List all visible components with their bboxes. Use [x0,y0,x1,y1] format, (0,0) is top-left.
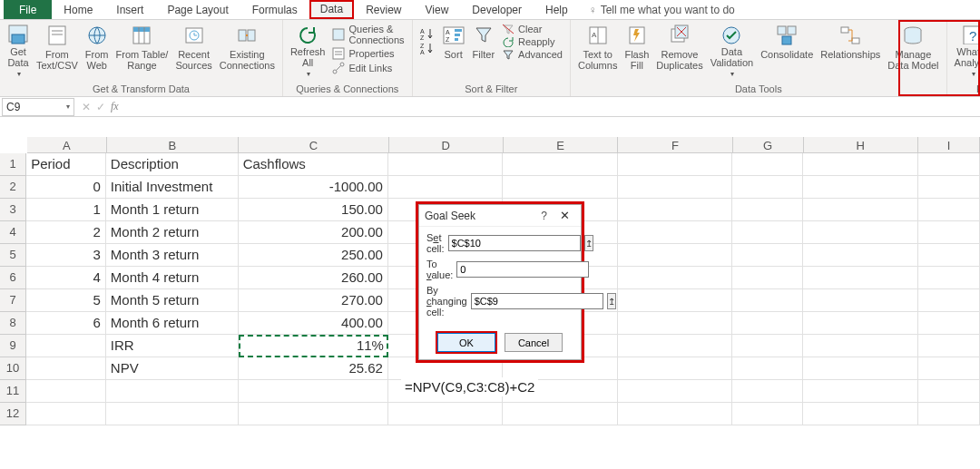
cell-B2[interactable]: Initial Investment [106,176,239,199]
cell-B10[interactable]: NPV [106,357,239,380]
cancel-button[interactable]: Cancel [505,333,563,352]
cell-A12[interactable] [26,403,106,425]
cell-C9[interactable]: 11% [239,335,388,357]
row-header[interactable]: 11 [0,380,26,403]
cell-F9[interactable] [618,335,732,357]
tab-help[interactable]: Help [534,0,580,19]
cell-G3[interactable] [732,199,803,221]
cell-B11[interactable] [106,380,239,403]
row-header[interactable]: 10 [0,357,26,380]
tab-home[interactable]: Home [52,0,104,19]
cell-H6[interactable] [803,267,917,289]
cell-A9[interactable] [26,335,106,357]
row-header[interactable]: 8 [0,312,26,335]
tab-developer[interactable]: Developer [460,0,534,19]
ok-button[interactable]: OK [437,333,495,352]
cell-C12[interactable] [239,403,388,425]
row-header[interactable]: 2 [0,176,26,199]
cell-F8[interactable] [618,312,732,335]
cell-C7[interactable]: 270.00 [239,289,388,312]
cell-I4[interactable] [918,221,980,244]
clear-button[interactable]: Clear [502,24,563,34]
reapply-button[interactable]: Reapply [502,36,563,47]
manage-data-model-button[interactable]: Manage Data Model [884,22,942,82]
cell-C11[interactable] [239,380,388,403]
from-table-button[interactable]: From Table/ Range [113,22,172,82]
tab-file[interactable]: File [4,0,52,19]
cell-C8[interactable]: 400.00 [239,312,388,335]
what-if-analysis-button[interactable]: ? What-If Analysis▾ [951,22,980,82]
cell-B9[interactable]: IRR [106,335,239,357]
cell-D12[interactable] [388,403,503,425]
cell-F6[interactable] [618,267,732,289]
cell-F5[interactable] [618,244,732,267]
cell-H8[interactable] [803,312,917,335]
cell-G11[interactable] [732,380,803,403]
to-value-input[interactable] [456,261,589,278]
row-header[interactable]: 9 [0,335,26,357]
cell-H2[interactable] [803,176,917,199]
cell-I11[interactable] [918,380,980,403]
sort-za-button[interactable]: ZA [420,42,435,54]
flash-fill-button[interactable]: Flash Fill [621,22,652,82]
cell-B1[interactable]: Description [106,153,239,176]
cell-D2[interactable] [388,176,503,199]
cancel-formula-icon[interactable]: ✕ [82,101,91,113]
cell-A6[interactable]: 4 [26,267,106,289]
tab-review[interactable]: Review [354,0,413,19]
row-header[interactable]: 5 [0,244,26,267]
fx-icon[interactable]: fx [111,100,119,113]
cell-G2[interactable] [732,176,803,199]
row-header[interactable]: 4 [0,221,26,244]
help-icon[interactable]: ? [534,210,554,222]
col-header-G[interactable]: G [733,137,804,152]
tab-data[interactable]: Data [309,0,354,19]
cell-F7[interactable] [618,289,732,312]
from-web-button[interactable]: From Web [82,22,113,82]
cell-B3[interactable]: Month 1 return [106,199,239,221]
cell-I9[interactable] [918,335,980,357]
cell-A10[interactable] [26,357,106,380]
get-data-button[interactable]: Get Data▾ [4,22,33,82]
cell-H12[interactable] [803,403,917,425]
cell-C5[interactable]: 250.00 [239,244,388,267]
cell-C1[interactable]: Cashflows [239,153,388,176]
cell-H1[interactable] [803,153,917,176]
cell-D1[interactable] [388,153,503,176]
tab-insert[interactable]: Insert [104,0,155,19]
cell-G8[interactable] [732,312,803,335]
text-to-columns-button[interactable]: A Text to Columns [574,22,621,82]
by-changing-input[interactable] [471,293,603,309]
tab-formulas[interactable]: Formulas [240,0,309,19]
cell-E1[interactable] [503,153,617,176]
cell-I7[interactable] [918,289,980,312]
row-header[interactable]: 6 [0,267,26,289]
cell-A1[interactable]: Period [26,153,106,176]
cell-F3[interactable] [618,199,732,221]
cell-B8[interactable]: Month 6 return [106,312,239,335]
cell-G4[interactable] [732,221,803,244]
col-header-A[interactable]: A [27,137,107,152]
cell-A2[interactable]: 0 [26,176,106,199]
cell-G12[interactable] [732,403,803,425]
cell-F1[interactable] [618,153,732,176]
cell-F10[interactable] [618,357,732,380]
queries-connections-button[interactable]: Queries & Connections [332,24,404,45]
cell-C4[interactable]: 200.00 [239,221,388,244]
row-header[interactable]: 3 [0,199,26,221]
col-header-C[interactable]: C [239,137,388,152]
row-header[interactable]: 7 [0,289,26,312]
cell-H10[interactable] [803,357,917,380]
cell-I12[interactable] [918,403,980,425]
cell-H9[interactable] [803,335,917,357]
sort-button[interactable]: AZ Sort [438,22,469,82]
range-picker-icon[interactable]: ↥ [607,293,616,309]
cell-H4[interactable] [803,221,917,244]
tab-view[interactable]: View [414,0,461,19]
cell-H11[interactable] [803,380,917,403]
set-cell-input[interactable] [448,235,581,251]
cell-B4[interactable]: Month 2 return [106,221,239,244]
cell-F12[interactable] [618,403,732,425]
cell-A5[interactable]: 3 [26,244,106,267]
col-header-F[interactable]: F [618,137,732,152]
